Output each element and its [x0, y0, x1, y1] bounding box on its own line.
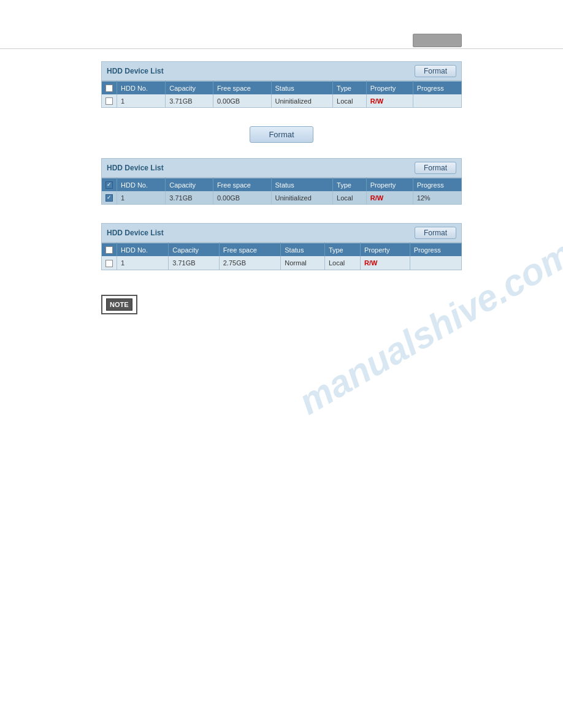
top-bar: [0, 0, 563, 49]
col-checkbox-3: [102, 243, 117, 257]
table-row: 13.71GB2.75GBNormalLocalR/W: [102, 256, 462, 270]
row-status: Uninitialized: [271, 191, 333, 205]
row-type: Local: [333, 94, 367, 108]
hdd-header-2: HDD Device List Format: [101, 158, 462, 178]
col-type-2: Type: [333, 178, 367, 192]
col-checkbox-1: [102, 82, 117, 95]
hdd-title-2: HDD Device List: [107, 164, 164, 172]
col-progress-3: Progress: [410, 243, 461, 257]
col-freespace-3: Free space: [219, 243, 281, 257]
hdd-panel-2: HDD Device List Format HDD No. Capacity …: [101, 158, 462, 205]
col-status-1: Status: [271, 82, 333, 95]
row-checkbox[interactable]: [105, 97, 113, 105]
row-checkbox-cell: [102, 94, 117, 108]
row-checkbox[interactable]: [105, 260, 113, 267]
col-progress-2: Progress: [413, 178, 461, 192]
row-type: Local: [324, 256, 360, 270]
col-capacity-3: Capacity: [169, 243, 219, 257]
row-hddno: 1: [117, 256, 169, 270]
col-freespace-2: Free space: [213, 178, 271, 192]
col-type-3: Type: [324, 243, 360, 257]
note-box-inner: NOTE: [106, 298, 132, 311]
col-checkbox-2: [102, 178, 117, 192]
col-freespace-1: Free space: [213, 82, 271, 95]
format-button-3[interactable]: Format: [415, 227, 456, 239]
header-checkbox-3[interactable]: [105, 246, 113, 254]
col-property-2: Property: [366, 178, 413, 192]
col-capacity-1: Capacity: [166, 82, 213, 95]
hdd-table-2: HDD No. Capacity Free space Status Type …: [101, 178, 462, 205]
row-capacity: 3.71GB: [166, 191, 213, 205]
row-freespace: 0.00GB: [213, 191, 271, 205]
row-capacity: 3.71GB: [166, 94, 213, 108]
row-status: Uninitialized: [271, 94, 333, 108]
col-hddno-3: HDD No.: [117, 243, 169, 257]
format-button-1[interactable]: Format: [415, 65, 456, 77]
col-property-1: Property: [366, 82, 413, 95]
hdd-title-3: HDD Device List: [107, 229, 164, 237]
row-progress: [413, 94, 461, 108]
col-status-3: Status: [281, 243, 325, 257]
row-freespace: 2.75GB: [219, 256, 281, 270]
top-bar-button[interactable]: [413, 34, 462, 47]
row-checkbox-cell: [102, 191, 117, 205]
table-row: 13.71GB0.00GBUninitializedLocalR/W: [102, 94, 462, 108]
row-hddno: 1: [117, 191, 166, 205]
table-header-row-2: HDD No. Capacity Free space Status Type …: [102, 178, 462, 192]
col-type-1: Type: [333, 82, 367, 95]
row-progress: [410, 256, 461, 270]
hdd-title-1: HDD Device List: [107, 67, 164, 75]
note-label: NOTE: [110, 301, 129, 308]
row-freespace: 0.00GB: [213, 94, 271, 108]
row-property: R/W: [360, 256, 410, 270]
center-format-area: Format: [101, 126, 462, 143]
hdd-table-1: HDD No. Capacity Free space Status Type …: [101, 81, 462, 108]
col-progress-1: Progress: [413, 82, 461, 95]
note-box: NOTE: [101, 295, 137, 314]
hdd-header-3: HDD Device List Format: [101, 223, 462, 243]
header-checkbox-1[interactable]: [105, 85, 113, 92]
row-capacity: 3.71GB: [169, 256, 219, 270]
col-hddno-2: HDD No.: [117, 178, 166, 192]
format-button-2[interactable]: Format: [415, 162, 456, 174]
hdd-panel-1: HDD Device List Format HDD No. Capacity …: [101, 61, 462, 108]
hdd-table-3: HDD No. Capacity Free space Status Type …: [101, 243, 462, 270]
row-type: Local: [333, 191, 367, 205]
hdd-panel-3: HDD Device List Format HDD No. Capacity …: [101, 223, 462, 270]
row-checkbox[interactable]: [105, 194, 113, 202]
table-header-row-1: HDD No. Capacity Free space Status Type …: [102, 82, 462, 95]
row-property: R/W: [366, 94, 413, 108]
row-checkbox-cell: [102, 256, 117, 270]
hdd-header-1: HDD Device List Format: [101, 61, 462, 81]
content-area: HDD Device List Format HDD No. Capacity …: [0, 49, 563, 327]
format-center-button[interactable]: Format: [250, 126, 313, 143]
col-capacity-2: Capacity: [166, 178, 213, 192]
row-property: R/W: [366, 191, 413, 205]
row-status: Normal: [281, 256, 325, 270]
table-row: 13.71GB0.00GBUninitializedLocalR/W12%: [102, 191, 462, 205]
row-hddno: 1: [117, 94, 166, 108]
table-header-row-3: HDD No. Capacity Free space Status Type …: [102, 243, 462, 257]
header-checkbox-2[interactable]: [105, 181, 113, 189]
col-hddno-1: HDD No.: [117, 82, 166, 95]
col-status-2: Status: [271, 178, 333, 192]
col-property-3: Property: [360, 243, 410, 257]
row-progress: 12%: [413, 191, 461, 205]
note-icon-area: NOTE: [101, 295, 462, 314]
